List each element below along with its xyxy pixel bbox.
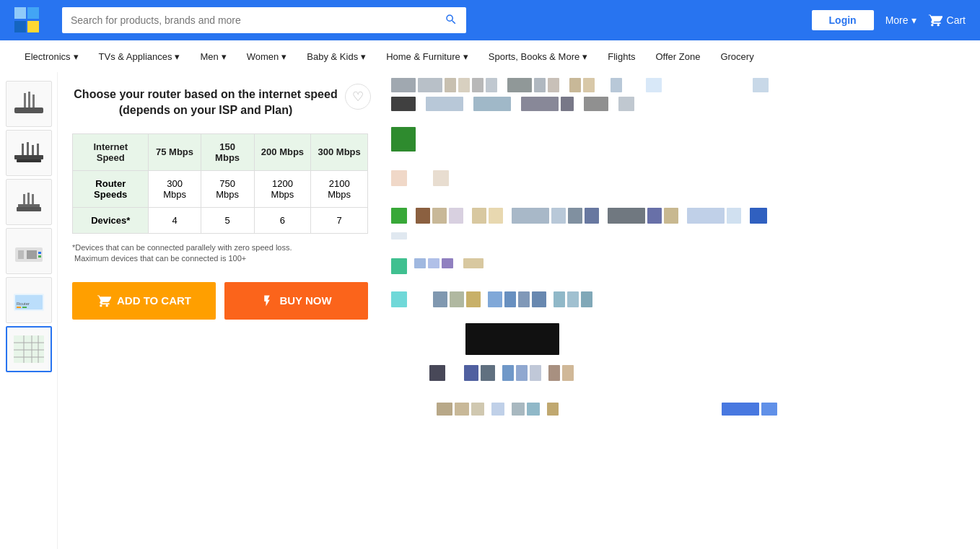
swatch[interactable] <box>530 365 541 381</box>
swatch[interactable] <box>504 291 516 307</box>
swatch[interactable] <box>750 208 767 224</box>
swatch[interactable] <box>463 258 484 268</box>
swatch[interactable] <box>527 403 540 416</box>
swatch-green[interactable] <box>391 127 416 151</box>
swatch[interactable] <box>433 291 447 307</box>
swatch[interactable] <box>647 208 662 224</box>
swatch[interactable] <box>442 258 453 268</box>
swatch[interactable] <box>585 208 599 224</box>
swatch[interactable] <box>416 208 430 224</box>
swatch[interactable] <box>391 208 407 224</box>
swatch[interactable] <box>428 258 439 268</box>
swatch[interactable] <box>516 365 528 381</box>
swatch[interactable] <box>581 291 592 307</box>
swatch[interactable] <box>473 97 511 111</box>
swatch[interactable] <box>455 403 469 416</box>
swatch[interactable] <box>466 291 481 307</box>
swatch[interactable] <box>391 232 407 240</box>
swatch[interactable] <box>687 208 725 224</box>
swatch[interactable] <box>722 403 759 416</box>
swatch[interactable] <box>727 208 741 224</box>
swatch[interactable] <box>426 97 463 111</box>
swatch[interactable] <box>608 208 645 224</box>
swatch[interactable] <box>561 97 574 111</box>
search-button[interactable] <box>445 13 458 28</box>
thumbnail-6[interactable] <box>6 326 52 372</box>
nav-men[interactable]: Men▾ <box>190 40 236 72</box>
swatch[interactable] <box>664 208 678 224</box>
swatch[interactable] <box>753 78 769 92</box>
swatch[interactable] <box>391 170 407 186</box>
swatch[interactable] <box>583 78 595 92</box>
swatch[interactable] <box>562 365 574 381</box>
buy-now-button[interactable]: BUY NOW <box>224 282 368 320</box>
nav-baby-kids[interactable]: Baby & Kids▾ <box>297 40 376 72</box>
swatch[interactable] <box>437 403 452 416</box>
swatch[interactable] <box>464 365 478 381</box>
swatch[interactable] <box>391 291 407 307</box>
nav-sports[interactable]: Sports, Books & More▾ <box>478 40 598 72</box>
swatch[interactable] <box>486 78 497 92</box>
swatch[interactable] <box>472 78 484 92</box>
swatch[interactable] <box>548 78 559 92</box>
swatch[interactable] <box>569 78 581 92</box>
swatch[interactable] <box>554 291 565 307</box>
nav-grocery[interactable]: Grocery <box>710 40 764 72</box>
thumbnail-4[interactable] <box>6 228 52 274</box>
swatch[interactable] <box>502 365 514 381</box>
nav-tvs[interactable]: TVs & Appliances▾ <box>89 40 191 72</box>
swatch[interactable] <box>534 78 546 92</box>
swatch[interactable] <box>414 258 426 268</box>
table-header-0: Internet Speed <box>73 133 149 170</box>
swatch[interactable] <box>646 78 662 92</box>
swatch[interactable] <box>481 365 495 381</box>
nav-home-furniture[interactable]: Home & Furniture▾ <box>376 40 478 72</box>
swatch[interactable] <box>433 170 449 186</box>
thumbnail-2[interactable] <box>6 130 52 176</box>
swatch[interactable] <box>449 208 463 224</box>
nav-offer-zone[interactable]: Offer Zone <box>646 40 711 72</box>
swatch[interactable] <box>512 403 525 416</box>
swatch[interactable] <box>445 78 456 92</box>
swatch[interactable] <box>512 208 549 224</box>
swatch[interactable] <box>391 258 407 274</box>
swatch[interactable] <box>450 291 464 307</box>
swatch[interactable] <box>432 208 447 224</box>
swatch[interactable] <box>458 78 470 92</box>
swatch-black[interactable] <box>465 323 559 355</box>
swatch[interactable] <box>472 208 486 224</box>
more-button[interactable]: More ▾ <box>885 14 916 26</box>
cart-button[interactable]: Cart <box>928 13 966 27</box>
swatch[interactable] <box>611 78 622 92</box>
swatch[interactable] <box>507 78 532 92</box>
swatch[interactable] <box>551 208 566 224</box>
swatch[interactable] <box>568 208 582 224</box>
search-input[interactable] <box>71 14 445 26</box>
thumbnail-1[interactable] <box>6 81 52 127</box>
swatch[interactable] <box>488 291 502 307</box>
thumbnail-5[interactable]: Router <box>6 277 52 323</box>
swatch[interactable] <box>418 78 442 92</box>
swatch[interactable] <box>471 403 484 416</box>
swatch[interactable] <box>761 403 777 416</box>
swatch[interactable] <box>429 365 445 381</box>
thumbnail-3[interactable] <box>6 179 52 225</box>
swatch[interactable] <box>532 291 546 307</box>
nav-women[interactable]: Women▾ <box>237 40 297 72</box>
nav-electronics[interactable]: Electronics▾ <box>14 40 89 72</box>
swatch[interactable] <box>567 291 579 307</box>
swatch[interactable] <box>391 97 416 111</box>
wishlist-button[interactable]: ♡ <box>345 84 371 110</box>
swatch[interactable] <box>518 291 530 307</box>
swatch[interactable] <box>391 78 416 92</box>
swatch[interactable] <box>491 403 504 416</box>
swatch[interactable] <box>584 97 608 111</box>
swatch[interactable] <box>521 97 559 111</box>
swatch[interactable] <box>489 208 503 224</box>
swatch[interactable] <box>618 97 634 111</box>
swatch[interactable] <box>548 365 560 381</box>
login-button[interactable]: Login <box>812 10 874 30</box>
add-to-cart-button[interactable]: ADD TO CART <box>72 282 216 320</box>
nav-flights[interactable]: Flights <box>598 40 645 72</box>
swatch[interactable] <box>547 403 559 416</box>
